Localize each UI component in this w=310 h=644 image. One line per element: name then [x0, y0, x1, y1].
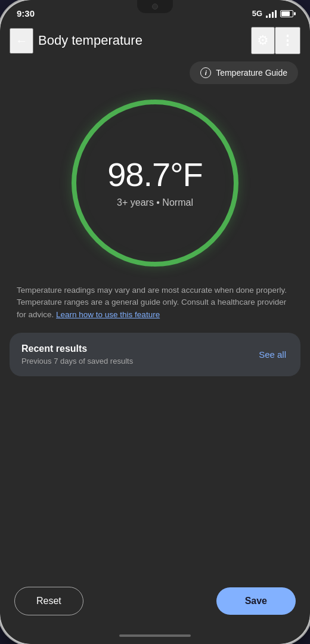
recent-results-subtitle: Previous 7 days of saved results [21, 357, 256, 366]
gauge-subtitle: 3+ years • Normal [117, 197, 193, 208]
status-icons: 5G [252, 9, 293, 18]
phone-frame: 9:30 5G ← Body temperature ⚙ ⋮ [0, 0, 310, 644]
info-icon: i [200, 67, 211, 78]
recent-results-title: Recent results [21, 343, 256, 354]
battery-icon [280, 10, 293, 17]
temperature-guide-label: Temperature Guide [216, 68, 287, 78]
status-time: 9:30 [17, 8, 35, 18]
disclaimer-text: Temperature readings may vary and are mo… [0, 284, 310, 333]
reset-button[interactable]: Reset [14, 587, 83, 615]
temp-guide-container: i Temperature Guide [0, 61, 310, 94]
bottom-buttons: Reset Save [0, 577, 310, 627]
gauge-circle: 98.7°F 3+ years • Normal [72, 100, 238, 267]
page-title: Body temperature [38, 33, 251, 48]
save-button[interactable]: Save [216, 587, 296, 615]
home-indicator [0, 627, 310, 644]
gauge-container: 98.7°F 3+ years • Normal [0, 94, 310, 284]
temperature-guide-button[interactable]: i Temperature Guide [190, 61, 298, 84]
recent-results-card: Recent results Previous 7 days of saved … [10, 333, 300, 376]
top-nav: ← Body temperature ⚙ ⋮ [0, 22, 310, 61]
learn-more-link[interactable]: Learn how to use this feature [56, 310, 160, 319]
home-bar [119, 634, 191, 637]
gear-button[interactable]: ⚙ [251, 27, 275, 54]
camera [152, 4, 158, 10]
network-label: 5G [252, 9, 262, 18]
notch [137, 0, 173, 13]
temperature-display: 98.7°F [107, 158, 203, 191]
signal-icon [266, 10, 277, 18]
phone-screen: 9:30 5G ← Body temperature ⚙ ⋮ [0, 0, 310, 644]
back-button[interactable]: ← [10, 28, 33, 54]
recent-results-text: Recent results Previous 7 days of saved … [21, 343, 256, 366]
see-all-button[interactable]: See all [256, 347, 289, 362]
more-button[interactable]: ⋮ [275, 27, 300, 54]
